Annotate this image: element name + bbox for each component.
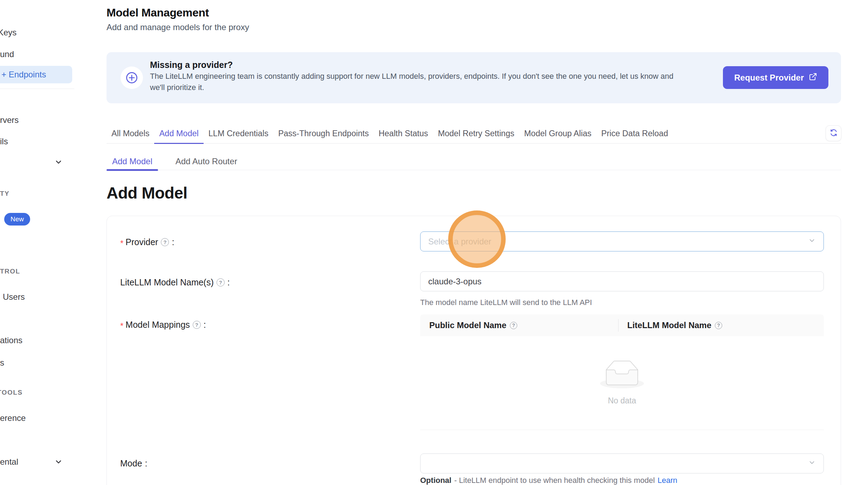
help-icon[interactable]	[161, 238, 169, 246]
required-mark: *	[120, 238, 123, 248]
help-icon[interactable]	[217, 278, 225, 286]
sidebar-item-experimental[interactable]: ental	[0, 457, 18, 467]
plus-circle-icon	[121, 67, 143, 89]
request-provider-label: Request Provider	[734, 73, 804, 83]
model-name-value: claude-3-opus	[428, 277, 481, 286]
help-icon[interactable]	[715, 322, 722, 329]
model-name-label-text: LiteLLM Model Name(s)	[120, 277, 214, 287]
tab-add-model[interactable]: Add Model	[154, 129, 203, 144]
column-label: Public Model Name	[429, 320, 506, 330]
sidebar: Keys und + Endpoints rvers ils TY New TR…	[0, 0, 105, 485]
tab-pass-through-endpoints[interactable]: Pass-Through Endpoints	[273, 129, 374, 143]
chevron-down-icon	[808, 459, 816, 469]
refresh-icon	[829, 129, 838, 138]
missing-provider-banner: Missing a provider? The LiteLLM engineer…	[107, 52, 841, 103]
optional-bold: Optional	[420, 476, 451, 485]
label-colon	[204, 320, 206, 330]
sidebar-item-users[interactable]: Users	[3, 292, 25, 302]
tab-llm-credentials[interactable]: LLM Credentials	[204, 129, 273, 143]
label-colon	[172, 237, 174, 247]
sidebar-item-organizations[interactable]: ations	[0, 335, 22, 346]
model-name-label: LiteLLM Model Name(s)	[120, 277, 230, 287]
sidebar-item-teams[interactable]: s	[0, 358, 4, 368]
new-badge: New	[4, 213, 30, 226]
banner-title: Missing a provider?	[150, 60, 233, 70]
empty-inbox-icon	[600, 360, 644, 390]
sidebar-item-servers[interactable]: rvers	[0, 115, 19, 125]
add-model-form-card: * Provider Select a provider LiteLLM Mod…	[107, 216, 841, 485]
provider-placeholder: Select a provider	[428, 237, 491, 247]
column-label: LiteLLM Model Name	[627, 320, 711, 330]
tab-price-data-reload[interactable]: Price Data Reload	[596, 129, 673, 143]
add-model-heading: Add Model	[107, 183, 187, 202]
sidebar-section-control: TROL	[0, 268, 20, 275]
table-empty-state: No data	[420, 336, 824, 430]
column-public-model-name: Public Model Name	[420, 320, 618, 330]
tab-model-group-alias[interactable]: Model Group Alias	[519, 129, 596, 143]
optional-text: - LiteLLM endpoint to use when health ch…	[454, 476, 655, 485]
provider-label: * Provider	[120, 237, 174, 247]
provider-label-text: Provider	[125, 237, 158, 247]
external-link-icon	[809, 72, 817, 83]
sidebar-section-ty: TY	[0, 190, 9, 198]
model-management-page: Keys und + Endpoints rvers ils TY New TR…	[0, 0, 868, 485]
sidebar-divider	[0, 89, 74, 89]
provider-select[interactable]: Select a provider	[420, 231, 824, 251]
help-icon[interactable]	[510, 322, 517, 329]
banner-text-line1: The LiteLLM engineering team is constant…	[150, 72, 674, 81]
page-title: Model Management	[107, 6, 209, 19]
tab-model-retry-settings[interactable]: Model Retry Settings	[433, 129, 519, 143]
subtab-add-auto-router[interactable]: Add Auto Router	[170, 157, 243, 170]
sidebar-item-inference[interactable]: erence	[0, 413, 26, 423]
mode-label-text: Mode	[120, 458, 142, 469]
sidebar-item-label: + Endpoints	[1, 70, 46, 79]
refresh-button[interactable]	[826, 125, 841, 141]
chevron-down-icon[interactable]	[54, 158, 63, 166]
tab-health-status[interactable]: Health Status	[374, 129, 433, 143]
chevron-down-icon[interactable]	[54, 458, 63, 466]
mode-help: Optional - LiteLLM endpoint to use when …	[420, 476, 677, 485]
sidebar-item-keys[interactable]: Keys	[0, 27, 16, 38]
sidebar-item-playground[interactable]: und	[0, 49, 14, 60]
label-colon	[227, 277, 230, 287]
model-tabs: All Models Add Model LLM Credentials Pas…	[107, 129, 841, 144]
column-litellm-model-name: LiteLLM Model Name	[618, 320, 722, 330]
table-header: Public Model Name LiteLLM Model Name	[420, 314, 824, 336]
learn-link[interactable]: Learn	[658, 476, 677, 485]
subtab-add-model[interactable]: Add Model	[107, 157, 158, 170]
required-mark: *	[120, 321, 123, 331]
request-provider-button[interactable]: Request Provider	[723, 66, 828, 89]
mode-label: Mode	[120, 458, 148, 469]
column-divider	[618, 319, 618, 332]
mode-select[interactable]	[420, 453, 824, 473]
chevron-down-icon	[808, 237, 816, 247]
new-badge-label: New	[11, 215, 24, 223]
label-colon	[145, 458, 148, 469]
no-data-text: No data	[608, 396, 636, 406]
model-mappings-label-text: Model Mappings	[125, 320, 190, 330]
model-name-help: The model name LiteLLM will send to the …	[420, 298, 592, 307]
page-subtitle: Add and manage models for the proxy	[107, 22, 249, 32]
model-name-input[interactable]: claude-3-opus	[420, 271, 824, 291]
model-mappings-table: Public Model Name LiteLLM Model Name No …	[420, 314, 824, 430]
sidebar-item-endpoints-active[interactable]: + Endpoints	[0, 66, 72, 83]
add-model-subtabs: Add Model Add Auto Router	[107, 157, 841, 170]
tab-all-models[interactable]: All Models	[107, 129, 154, 143]
sidebar-section-tools: TOOLS	[0, 389, 23, 396]
banner-text-line2: we'll prioritize it.	[150, 83, 204, 92]
sidebar-item-ils[interactable]: ils	[0, 136, 8, 147]
help-icon[interactable]	[193, 321, 201, 329]
model-mappings-label: * Model Mappings	[120, 320, 206, 330]
